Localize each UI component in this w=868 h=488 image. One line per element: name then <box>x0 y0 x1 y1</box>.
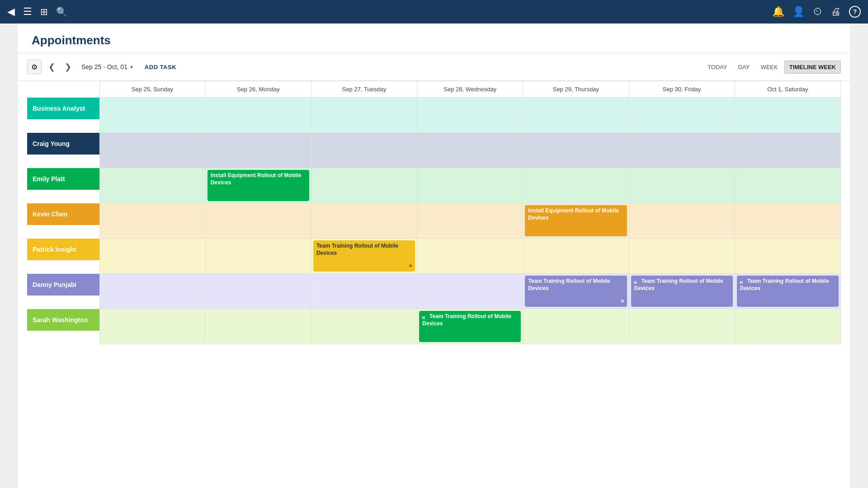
page-title-bar: Appointments <box>18 23 850 53</box>
event-danny-training-1[interactable]: Team Training Rollout of Mobile Devices … <box>525 276 627 307</box>
cell-dp-thu[interactable]: Team Training Rollout of Mobile Devices … <box>523 274 629 309</box>
event-emily-install[interactable]: Install Equipment Rollout of Mobile Devi… <box>208 170 309 201</box>
cell-kc-mon[interactable] <box>205 203 311 239</box>
print-icon[interactable]: 🖨 <box>831 6 841 18</box>
cell-kc-sun[interactable] <box>99 203 205 239</box>
bell-icon[interactable]: 🔔 <box>772 6 784 18</box>
dashboard-icon[interactable]: ⊞ <box>40 6 48 17</box>
cell-ba-wed[interactable] <box>417 98 523 133</box>
cell-pi-wed[interactable] <box>417 239 523 274</box>
row-header-craig-young[interactable]: Craig Young <box>27 133 99 155</box>
event-danny-training-2[interactable]: « Team Training Rollout of Mobile Device… <box>631 276 733 307</box>
cell-sw-sat[interactable] <box>735 309 840 344</box>
cell-kc-sat[interactable] <box>735 203 840 239</box>
event-patrick-training[interactable]: Team Training Rollout of Mobile Devices … <box>313 240 415 272</box>
cell-cy-fri[interactable] <box>629 133 735 168</box>
cell-ep-thu[interactable] <box>523 168 629 203</box>
cell-ep-wed[interactable] <box>417 168 523 203</box>
row-header-emily-platt[interactable]: Emily Platt <box>27 168 99 190</box>
event-kevin-install[interactable]: Install Equipment Rollout of Mobile Devi… <box>525 205 627 236</box>
week-button[interactable]: WEEK <box>756 61 782 73</box>
row-header-danny-punjabi[interactable]: Danny Punjabi <box>27 274 99 296</box>
cell-dp-sat[interactable]: « Team Training Rollout of Mobile Device… <box>735 274 840 309</box>
row-header-business-analyst[interactable]: Business Analyst <box>27 98 99 119</box>
row-header-cell: Patrick Insight <box>27 239 99 274</box>
cell-pi-thu[interactable] <box>523 239 629 274</box>
cell-pi-sat[interactable] <box>735 239 840 274</box>
cell-kc-tue[interactable] <box>311 203 417 239</box>
row-header-sarah-washington[interactable]: Sarah Washington <box>27 309 99 331</box>
cell-pi-mon[interactable] <box>205 239 311 274</box>
day-button[interactable]: DAY <box>734 61 755 73</box>
add-task-button[interactable]: ADD TASK <box>141 62 180 72</box>
arrow-left-icon-2: « <box>740 278 743 286</box>
back-icon[interactable]: ◀ <box>7 6 15 18</box>
next-button[interactable]: ❯ <box>61 61 74 73</box>
col-header-empty <box>27 81 99 98</box>
cell-dp-fri[interactable]: « Team Training Rollout of Mobile Device… <box>629 274 735 309</box>
cell-ep-sat[interactable] <box>735 168 840 203</box>
cell-ba-fri[interactable] <box>629 98 735 133</box>
clock-icon[interactable]: ⏲ <box>813 6 823 18</box>
cell-cy-sat[interactable] <box>735 133 840 168</box>
caret-icon: ▼ <box>129 65 134 70</box>
cell-cy-wed[interactable] <box>417 133 523 168</box>
cell-dp-mon[interactable] <box>205 274 311 309</box>
cell-sw-wed[interactable]: « Team Training Rollout of Mobile Device… <box>417 309 523 344</box>
date-range-label: Sep 25 - Oct, 01 <box>81 63 127 70</box>
cell-kc-thu[interactable]: Install Equipment Rollout of Mobile Devi… <box>523 203 629 239</box>
cell-cy-tue[interactable] <box>311 133 417 168</box>
user-icon[interactable]: 👤 <box>793 6 805 18</box>
cell-dp-wed[interactable] <box>417 274 523 309</box>
cell-cy-sun[interactable] <box>99 133 205 168</box>
row-header-kevin-chen[interactable]: Kevin Chen <box>27 203 99 225</box>
table-row: Patrick Insight Team Training Rollout of… <box>27 239 841 274</box>
cell-pi-fri[interactable] <box>629 239 735 274</box>
event-sarah-training[interactable]: « Team Training Rollout of Mobile Device… <box>419 311 521 342</box>
cell-pi-sun[interactable] <box>99 239 205 274</box>
page-title: Appointments <box>32 33 836 47</box>
cell-ba-mon[interactable] <box>205 98 311 133</box>
row-header-cell: Sarah Washington <box>27 309 99 344</box>
cell-cy-thu[interactable] <box>523 133 629 168</box>
cell-ba-sat[interactable] <box>735 98 840 133</box>
cell-ba-tue[interactable] <box>311 98 417 133</box>
toolbar: ⚙ ❮ ❯ Sep 25 - Oct, 01 ▼ ADD TASK TODAY … <box>18 53 850 81</box>
menu-icon[interactable]: ☰ <box>23 6 32 18</box>
date-range-picker[interactable]: Sep 25 - Oct, 01 ▼ <box>78 61 137 72</box>
cell-kc-fri[interactable] <box>629 203 735 239</box>
table-row: Emily Platt Install Equipment Rollout of… <box>27 168 841 203</box>
cell-ep-fri[interactable] <box>629 168 735 203</box>
settings-button[interactable]: ⚙ <box>27 60 42 74</box>
cell-dp-tue[interactable] <box>311 274 417 309</box>
cell-dp-sun[interactable] <box>99 274 205 309</box>
cell-ep-sun[interactable] <box>99 168 205 203</box>
main-area: Appointments ⚙ ❮ ❯ Sep 25 - Oct, 01 ▼ AD… <box>18 23 850 488</box>
cell-kc-wed[interactable] <box>417 203 523 239</box>
cell-sw-thu[interactable] <box>523 309 629 344</box>
cell-sw-sun[interactable] <box>99 309 205 344</box>
cell-ba-sun[interactable] <box>99 98 205 133</box>
col-header-tue: Sep 27, Tuesday <box>311 81 417 98</box>
row-header-cell: Danny Punjabi <box>27 274 99 309</box>
cell-cy-mon[interactable] <box>205 133 311 168</box>
col-header-sun: Sep 25, Sunday <box>99 81 205 98</box>
arrow-right-icon-2: » <box>621 296 624 305</box>
event-danny-training-3[interactable]: « Team Training Rollout of Mobile Device… <box>737 276 839 307</box>
help-icon[interactable]: ? <box>849 6 861 18</box>
cell-pi-tue[interactable]: Team Training Rollout of Mobile Devices … <box>311 239 417 274</box>
cell-ep-tue[interactable] <box>311 168 417 203</box>
col-header-sat: Oct 1, Saturday <box>735 81 840 98</box>
search-icon[interactable]: 🔍 <box>56 6 67 17</box>
cell-sw-mon[interactable] <box>205 309 311 344</box>
cell-ba-thu[interactable] <box>523 98 629 133</box>
row-header-patrick-insight[interactable]: Patrick Insight <box>27 239 99 260</box>
prev-button[interactable]: ❮ <box>45 61 58 73</box>
timeline-week-button[interactable]: TIMELINE WEEK <box>784 61 841 74</box>
col-header-fri: Sep 30, Friday <box>629 81 735 98</box>
cell-sw-tue[interactable] <box>311 309 417 344</box>
cell-sw-fri[interactable] <box>629 309 735 344</box>
today-button[interactable]: TODAY <box>703 61 732 73</box>
cell-ep-mon[interactable]: Install Equipment Rollout of Mobile Devi… <box>205 168 311 203</box>
arrow-left-icon: « <box>634 278 637 286</box>
